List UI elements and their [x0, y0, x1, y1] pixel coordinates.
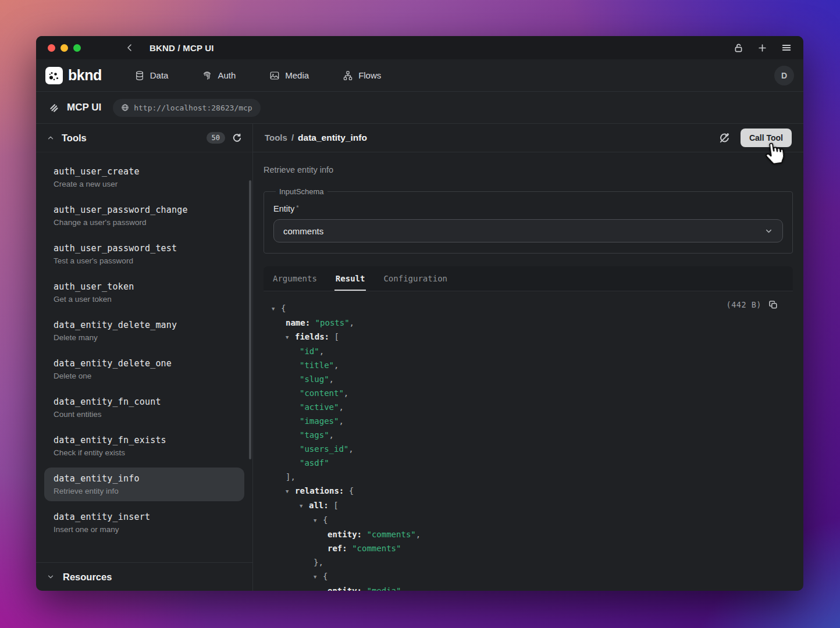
image-icon — [269, 70, 280, 81]
tool-description: Change a user's password — [54, 218, 235, 227]
sidebar-tool-item-data_entity_delete_many[interactable]: data_entity_delete_manyDelete many — [44, 314, 244, 348]
call-tool-button[interactable]: Call Tool — [741, 129, 792, 147]
json-line: "content", — [272, 386, 787, 400]
tool-name: data_entity_delete_many — [54, 320, 235, 330]
tab-result[interactable]: Result — [334, 266, 366, 291]
mcp-layers-icon — [49, 103, 59, 113]
nav-label: Flows — [358, 70, 381, 80]
json-token-punc: , — [334, 361, 339, 370]
json-token-punc: , — [339, 416, 343, 426]
back-icon[interactable] — [125, 43, 134, 52]
nav-item-data[interactable]: Data — [134, 70, 169, 81]
minimize-window-button[interactable] — [60, 44, 68, 52]
sidebar-tool-item-data_entity_fn_count[interactable]: data_entity_fn_countCount entities — [44, 391, 244, 424]
tool-detail-body: Retrieve entity info InputSchema Entity*… — [253, 152, 803, 591]
new-tab-icon[interactable] — [757, 43, 767, 53]
input-schema-fieldset: InputSchema Entity* comments — [264, 187, 793, 254]
json-line: ▼fields: [ — [272, 330, 787, 344]
tab-configuration[interactable]: Configuration — [382, 266, 449, 291]
breadcrumb: Tools / data_entity_info — [265, 133, 367, 143]
chevron-down-icon — [764, 227, 773, 236]
resources-section-title: Resources — [63, 572, 112, 583]
sidebar-tool-item-data_entity_fn_exists[interactable]: data_entity_fn_existsCheck if entity exi… — [44, 429, 244, 463]
json-line: ▼{ — [272, 569, 787, 584]
tools-section-header[interactable]: Tools 50 — [36, 124, 252, 152]
resources-section-header[interactable]: Resources — [36, 562, 252, 591]
sidebar-tool-item-auth_user_password_change[interactable]: auth_user_password_changeChange a user's… — [44, 199, 244, 233]
json-token-punc: , — [319, 347, 324, 356]
sidebar-tool-item-data_entity_insert[interactable]: data_entity_insertInsert one or many — [44, 506, 244, 540]
zoom-window-button[interactable] — [73, 44, 81, 52]
result-size-label: (442 B) — [727, 300, 761, 309]
sidebar-tool-item-auth_user_token[interactable]: auth_user_tokenGet a user token — [44, 276, 244, 309]
json-line: "active", — [272, 400, 787, 414]
json-token-punc: , — [416, 530, 421, 539]
sidebar-tool-item-auth_user_password_test[interactable]: auth_user_password_testTest a user's pas… — [44, 237, 244, 271]
json-token-key: all: — [309, 501, 329, 510]
tool-description: Retrieve entity info — [54, 487, 235, 495]
refresh-tools-icon[interactable] — [232, 133, 242, 143]
json-token-punc: { — [323, 572, 328, 581]
tool-description: Delete one — [54, 372, 235, 380]
database-icon — [134, 70, 145, 81]
collapse-triangle-icon[interactable]: ▼ — [286, 330, 295, 344]
json-token-punc: , — [339, 402, 343, 412]
chevron-down-icon — [47, 573, 55, 581]
tool-name: data_entity_delete_one — [54, 358, 235, 369]
breadcrumb-current-tool: data_entity_info — [298, 133, 367, 143]
user-avatar[interactable]: D — [774, 66, 794, 85]
titlebar: BKND / MCP UI — [36, 36, 803, 59]
collapse-triangle-icon[interactable]: ▼ — [272, 302, 281, 316]
auto-refresh-off-icon[interactable] — [719, 133, 730, 144]
tool-description: Insert one or many — [54, 525, 235, 534]
sidebar-tool-item-data_entity_info[interactable]: data_entity_infoRetrieve entity info — [44, 468, 244, 501]
lock-open-icon[interactable] — [734, 43, 743, 53]
collapse-triangle-icon[interactable]: ▼ — [300, 499, 309, 513]
app-navbar: bknd Data Auth Media Flows D — [36, 59, 803, 92]
breadcrumb-section[interactable]: Tools — [265, 133, 287, 142]
tools-count-badge: 50 — [207, 132, 225, 144]
json-line: "id", — [272, 344, 787, 358]
json-line: ▼{ — [272, 513, 787, 527]
json-token-key: ref: — [328, 544, 347, 553]
sidebar-tool-item-data_entity_delete_one[interactable]: data_entity_delete_oneDelete one — [44, 352, 244, 386]
nav-label: Auth — [218, 70, 236, 80]
json-result-viewer: (442 B) ▼{name: "posts",▼fields: ["id","… — [264, 291, 793, 591]
workflow-icon — [343, 70, 353, 81]
tool-description: Create a new user — [54, 180, 235, 188]
nav-item-flows[interactable]: Flows — [343, 70, 381, 81]
brand-name: bknd — [68, 67, 102, 84]
json-line: "images", — [272, 414, 787, 428]
json-token-punc: , — [329, 374, 334, 384]
json-token-punc: { — [281, 304, 286, 313]
json-token-str: "id" — [300, 347, 319, 356]
result-tabs: Arguments Result Configuration — [264, 266, 793, 291]
globe-icon — [121, 104, 129, 112]
json-line: "users_id", — [272, 442, 787, 456]
mcp-bar: MCP UI http://localhost:28623/mcp — [36, 92, 803, 124]
brand-logo[interactable]: bknd — [45, 67, 102, 84]
collapse-triangle-icon[interactable]: ▼ — [314, 513, 323, 527]
json-token-str: "tags" — [300, 430, 329, 440]
menu-icon[interactable] — [781, 42, 792, 53]
nav-item-auth[interactable]: Auth — [202, 70, 236, 81]
tool-description: Count entities — [54, 410, 235, 419]
collapse-triangle-icon[interactable]: ▼ — [286, 484, 295, 498]
tools-sidebar: Tools 50 auth_user_createCreate a new us… — [36, 124, 253, 591]
entity-select[interactable]: comments — [273, 219, 783, 242]
nav-item-media[interactable]: Media — [269, 70, 309, 81]
json-token-punc: , — [350, 318, 354, 327]
sidebar-scrollbar[interactable] — [249, 180, 251, 459]
mcp-endpoint-pill[interactable]: http://localhost:28623/mcp — [113, 99, 261, 117]
json-line: ▼{ — [272, 301, 787, 316]
close-window-button[interactable] — [48, 44, 55, 52]
tools-section-title: Tools — [62, 133, 87, 144]
json-line: entity: "media", — [272, 584, 787, 591]
tool-name: auth_user_token — [54, 281, 235, 292]
tool-description: Get a user token — [54, 295, 235, 304]
entity-field-label: Entity* — [273, 204, 783, 213]
collapse-triangle-icon[interactable]: ▼ — [314, 570, 323, 584]
copy-result-icon[interactable] — [768, 300, 778, 309]
sidebar-tool-item-auth_user_create[interactable]: auth_user_createCreate a new user — [44, 160, 244, 194]
tab-arguments[interactable]: Arguments — [272, 266, 318, 291]
